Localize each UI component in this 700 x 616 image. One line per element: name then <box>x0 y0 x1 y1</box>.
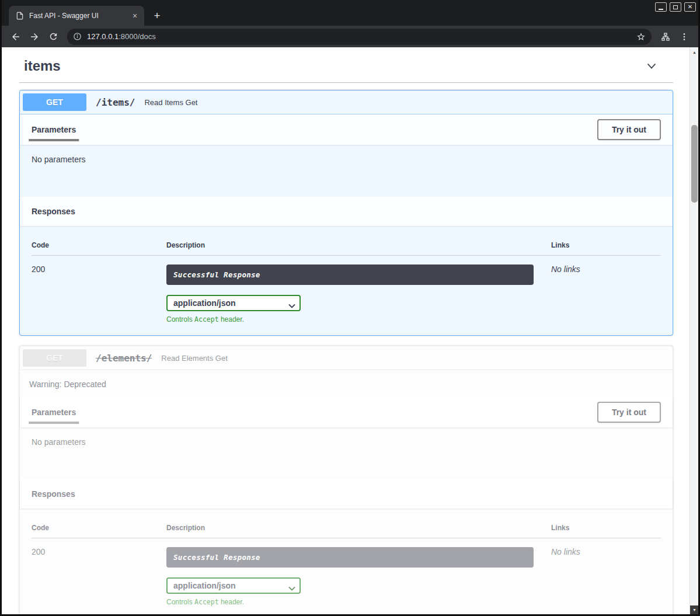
maximize-icon <box>673 5 678 9</box>
tag-title: items <box>24 58 61 74</box>
responses-title: Responses <box>32 489 75 499</box>
endpoint-path: /elements/ <box>92 353 155 364</box>
vertical-scrollbar[interactable]: ▲ ▼ <box>689 47 698 614</box>
opblock-summary[interactable]: GET /items/ Read Items Get <box>20 91 673 114</box>
kebab-menu-icon <box>680 32 689 41</box>
reload-icon <box>48 32 58 41</box>
scroll-down-arrow-icon[interactable]: ▼ <box>690 605 698 614</box>
page-content: items GET /items/ Read Items Get Paramet… <box>2 47 698 614</box>
window-titlebar: ✕ Fast API - Swagger UI × + <box>2 0 698 26</box>
new-tab-button[interactable]: + <box>149 8 165 24</box>
response-row: 200 Successful Response application/json <box>32 538 661 606</box>
back-button[interactable] <box>8 29 24 45</box>
responses-table-header: Code Description Links <box>32 517 661 538</box>
try-it-out-button[interactable]: Try it out <box>597 119 661 140</box>
parameters-body: No parameters <box>20 427 673 479</box>
parameters-tab[interactable]: Parameters <box>32 407 76 417</box>
scrollbar-thumb[interactable] <box>691 125 698 203</box>
forward-button[interactable] <box>26 29 43 45</box>
responses-body: Code Description Links 200 Successful Re… <box>20 509 673 614</box>
method-badge: GET <box>23 93 86 111</box>
parameters-header: Parameters Try it out <box>20 114 673 145</box>
opblock-get-items: GET /items/ Read Items Get Parameters Tr… <box>19 90 673 336</box>
opblock-body: Warning: Deprecated Parameters Try it ou… <box>20 370 673 614</box>
code-column-header: Code <box>32 524 166 532</box>
description-column-header: Description <box>166 524 551 532</box>
tab-strip: Fast API - Swagger UI × + <box>2 0 165 26</box>
endpoint-path: /items/ <box>92 97 138 108</box>
sitemap-icon[interactable] <box>657 29 674 45</box>
tag-section-header[interactable]: items <box>19 51 673 83</box>
response-code: 200 <box>32 265 166 323</box>
links-column-header: Links <box>551 241 661 249</box>
opblock-summary[interactable]: GET /elements/ Read Elements Get <box>20 346 673 370</box>
response-row: 200 Successful Response application/json <box>32 256 661 323</box>
parameters-title: Parameters <box>32 408 76 417</box>
responses-table-header: Code Description Links <box>32 234 661 256</box>
parameters-body: No parameters <box>20 145 673 197</box>
response-description: Successful Response <box>166 547 534 568</box>
no-parameters-text: No parameters <box>32 437 661 447</box>
response-description-cell: Successful Response application/json <box>166 547 551 606</box>
url-text[interactable]: 127.0.0.1:8000/docs <box>87 32 156 41</box>
browser-tab[interactable]: Fast API - Swagger UI × <box>9 6 144 26</box>
swagger-ui: items GET /items/ Read Items Get Paramet… <box>2 47 689 614</box>
opblock-body: Parameters Try it out No parameters Resp… <box>20 114 673 335</box>
minimize-icon <box>659 9 663 10</box>
response-code: 200 <box>32 547 166 606</box>
forward-arrow-icon <box>29 32 40 42</box>
try-it-out-button[interactable]: Try it out <box>597 402 661 423</box>
response-links: No links <box>551 547 661 606</box>
media-type-control: application/json Controls Accept header. <box>166 577 551 606</box>
endpoint-summary: Read Items Get <box>144 98 197 107</box>
description-column-header: Description <box>166 241 551 249</box>
responses-header: Responses <box>20 479 673 509</box>
links-column-header: Links <box>551 524 661 532</box>
code-column-header: Code <box>32 241 166 249</box>
responses-title: Responses <box>32 207 75 216</box>
tab-close-icon[interactable]: × <box>130 11 140 20</box>
response-description: Successful Response <box>166 265 534 285</box>
deprecated-warning: Warning: Deprecated <box>20 370 673 397</box>
media-type-select-wrap: application/json <box>166 295 301 311</box>
window-controls: ✕ <box>655 2 696 12</box>
bookmark-star-icon[interactable] <box>636 32 646 41</box>
media-type-select-wrap: application/json <box>166 577 301 594</box>
method-badge: GET <box>23 349 86 367</box>
address-bar[interactable]: 127.0.0.1:8000/docs <box>67 29 652 45</box>
accept-header-note: Controls Accept header. <box>166 598 551 606</box>
browser-window: ✕ Fast API - Swagger UI × + <box>0 0 700 616</box>
media-type-select[interactable]: application/json <box>166 577 301 594</box>
parameters-title: Parameters <box>32 125 76 134</box>
tab-title: Fast API - Swagger UI <box>29 12 125 20</box>
response-links: No links <box>551 265 661 323</box>
response-description-cell: Successful Response application/json <box>166 265 551 323</box>
maximize-button[interactable] <box>670 2 681 12</box>
reload-button[interactable] <box>45 29 61 45</box>
close-icon: ✕ <box>688 4 692 10</box>
scroll-up-arrow-icon[interactable]: ▲ <box>690 48 698 57</box>
parameters-header: Parameters Try it out <box>20 397 673 427</box>
accept-header-note: Controls Accept header. <box>166 315 551 323</box>
responses-body: Code Description Links 200 Successful Re… <box>20 226 673 335</box>
back-arrow-icon <box>11 32 21 42</box>
close-button[interactable]: ✕ <box>684 2 696 12</box>
opblock-get-elements-deprecated: GET /elements/ Read Elements Get Warning… <box>19 346 673 614</box>
parameters-tab[interactable]: Parameters <box>32 124 76 135</box>
minimize-button[interactable] <box>655 2 667 12</box>
browser-toolbar: 127.0.0.1:8000/docs <box>2 26 698 47</box>
browser-menu-button[interactable] <box>676 29 692 45</box>
media-type-select[interactable]: application/json <box>166 295 301 311</box>
media-type-control: application/json Controls Accept header. <box>166 295 551 323</box>
responses-header: Responses <box>20 197 673 226</box>
site-info-icon[interactable] <box>73 32 82 41</box>
page-favicon-icon <box>16 12 24 20</box>
no-parameters-text: No parameters <box>32 155 661 164</box>
chevron-down-icon[interactable] <box>645 60 668 72</box>
endpoint-summary: Read Elements Get <box>161 354 227 363</box>
